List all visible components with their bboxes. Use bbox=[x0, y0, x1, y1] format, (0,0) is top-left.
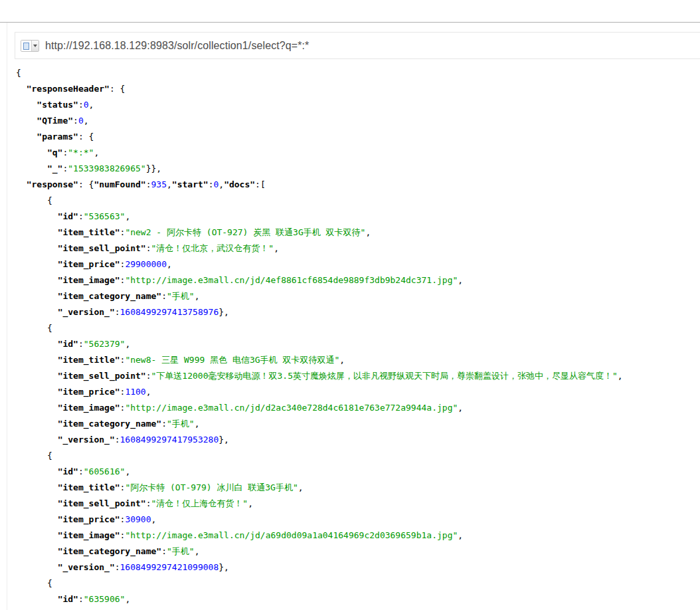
json-punctuation: : bbox=[115, 435, 120, 445]
json-line: "item_image":"http://image.e3mall.cn/jd/… bbox=[16, 400, 700, 416]
json-key: "response" bbox=[27, 179, 78, 189]
json-line: { bbox=[16, 448, 700, 464]
json-string-value: "http://image.e3mall.cn/jd/d2ac340e728d4… bbox=[125, 403, 458, 413]
json-line: "item_sell_point":"清仓！仅上海仓有货！", bbox=[16, 496, 700, 512]
json-string-value: "手机" bbox=[167, 419, 195, 429]
json-key: "_version_" bbox=[58, 562, 115, 572]
url-text[interactable]: http://192.168.18.129:8983/solr/collecti… bbox=[45, 40, 309, 52]
viewport-edge-line bbox=[7, 23, 7, 610]
json-line: "id":"635906", bbox=[16, 591, 700, 607]
json-key: "item_price" bbox=[58, 387, 120, 397]
json-punctuation: , bbox=[365, 227, 371, 237]
json-line: "item_sell_point":"下单送12000毫安移动电源！双3.5英寸… bbox=[16, 368, 700, 384]
json-line: "_version_":1608499297413758976}, bbox=[16, 304, 700, 320]
json-number-value: 29900000 bbox=[125, 259, 167, 269]
json-key: "id" bbox=[58, 594, 78, 604]
json-key: "QTime" bbox=[37, 116, 73, 126]
json-key: "item_image" bbox=[58, 275, 120, 285]
json-key: "start" bbox=[172, 179, 209, 189]
json-string-value: "new2 - 阿尔卡特 (OT-927) 炭黑 联通3G手机 双卡双待" bbox=[125, 227, 365, 237]
json-punctuation: { bbox=[47, 578, 52, 588]
json-line: "item_image":"http://image.e3mall.cn/jd/… bbox=[16, 272, 700, 288]
json-punctuation: : bbox=[78, 211, 84, 221]
json-line: "_version_":1608499297421099008}, bbox=[16, 559, 700, 575]
json-punctuation: , bbox=[125, 339, 130, 349]
json-line: { bbox=[16, 65, 700, 81]
json-punctuation: }}, bbox=[146, 163, 161, 173]
json-string-value: "new8- 三星 W999 黑色 电信3G手机 双卡双待双通" bbox=[125, 355, 339, 365]
json-punctuation: , bbox=[167, 179, 172, 189]
json-punctuation: , bbox=[298, 482, 304, 492]
json-punctuation: : bbox=[78, 100, 84, 110]
chevron-down-icon bbox=[33, 45, 37, 47]
json-string-value: "562379" bbox=[84, 339, 126, 349]
json-punctuation: : bbox=[73, 116, 78, 126]
json-punctuation: : bbox=[161, 546, 167, 556]
json-punctuation: : bbox=[161, 419, 167, 429]
json-string-value: "清仓！仅北京，武汉仓有货！" bbox=[151, 243, 274, 253]
json-punctuation: : bbox=[78, 594, 84, 604]
json-punctuation: }, bbox=[219, 562, 229, 572]
json-view: { "responseHeader": { "status":0, "QTime… bbox=[16, 65, 700, 607]
json-key: "id" bbox=[58, 211, 78, 221]
json-line: "item_image":"http://image.e3mall.cn/jd/… bbox=[16, 528, 700, 544]
json-string-value: "536563" bbox=[84, 211, 126, 221]
json-punctuation: { bbox=[47, 195, 52, 205]
json-key: "_version_" bbox=[58, 435, 115, 445]
json-punctuation: : bbox=[78, 466, 84, 476]
json-key: "responseHeader" bbox=[27, 84, 110, 94]
json-string-value: "http://image.e3mall.cn/jd/4ef8861cf6854… bbox=[125, 275, 458, 285]
json-punctuation: , bbox=[248, 498, 253, 508]
favicon-dropdown-control[interactable] bbox=[21, 40, 39, 52]
json-number-value: 0 bbox=[78, 116, 84, 126]
json-punctuation: : bbox=[161, 291, 167, 301]
json-punctuation: , bbox=[125, 594, 130, 604]
json-line: "item_price":30900, bbox=[16, 512, 700, 528]
json-key: "item_category_name" bbox=[58, 419, 162, 429]
json-punctuation: , bbox=[458, 275, 463, 285]
json-line: "q":"*:*", bbox=[16, 145, 700, 161]
json-string-value: "清仓！仅上海仓有货！" bbox=[151, 498, 248, 508]
json-line: "params": { bbox=[16, 129, 700, 145]
json-punctuation: , bbox=[146, 387, 151, 397]
json-punctuation: : bbox=[146, 498, 151, 508]
json-punctuation: }, bbox=[219, 307, 229, 317]
address-dropdown-button[interactable] bbox=[31, 41, 39, 51]
json-key: "item_image" bbox=[58, 403, 120, 413]
json-line: "_":"1533983826965"}}, bbox=[16, 161, 700, 177]
json-punctuation: : bbox=[146, 371, 151, 381]
json-string-value: "手机" bbox=[167, 546, 195, 556]
json-line: "id":"562379", bbox=[16, 336, 700, 352]
json-punctuation: : { bbox=[78, 179, 94, 189]
json-line: "item_price":29900000, bbox=[16, 256, 700, 272]
address-bar[interactable]: http://192.168.18.129:8983/solr/collecti… bbox=[15, 32, 700, 59]
json-key: "_" bbox=[47, 163, 62, 173]
json-punctuation: , bbox=[125, 211, 130, 221]
json-key: "id" bbox=[58, 339, 78, 349]
json-punctuation: : bbox=[115, 562, 120, 572]
json-line: "item_title":"new8- 三星 W999 黑色 电信3G手机 双卡… bbox=[16, 352, 700, 368]
browser-page: http://192.168.18.129:8983/solr/collecti… bbox=[0, 0, 700, 610]
json-string-value: "*:*" bbox=[68, 148, 94, 157]
json-punctuation: , bbox=[125, 466, 130, 476]
json-line: "item_category_name":"手机", bbox=[16, 288, 700, 304]
json-punctuation: { bbox=[47, 451, 52, 460]
json-string-value: "605616" bbox=[84, 466, 126, 476]
json-punctuation: , bbox=[167, 259, 172, 269]
chrome-divider bbox=[0, 22, 700, 23]
json-string-value: "1533983826965" bbox=[68, 163, 145, 173]
json-punctuation: , bbox=[195, 291, 200, 301]
json-key: "q" bbox=[47, 148, 62, 157]
json-key: "params" bbox=[37, 132, 78, 142]
json-punctuation: :[ bbox=[255, 179, 266, 189]
json-number-value: 1608499297421099008 bbox=[120, 562, 219, 572]
json-punctuation: , bbox=[84, 116, 89, 126]
json-line: { bbox=[16, 193, 700, 209]
json-key: "id" bbox=[58, 466, 78, 476]
json-punctuation: , bbox=[195, 546, 200, 556]
json-punctuation: , bbox=[458, 530, 463, 540]
json-number-value: 935 bbox=[151, 179, 167, 189]
json-punctuation: : bbox=[146, 179, 151, 189]
json-line: { bbox=[16, 320, 700, 336]
json-line: { bbox=[16, 575, 700, 591]
